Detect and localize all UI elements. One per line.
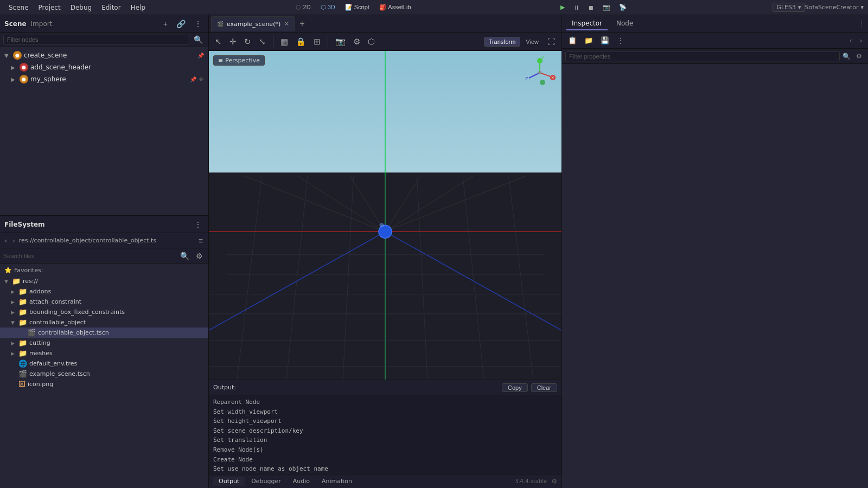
filter-props-input[interactable] bbox=[565, 52, 840, 61]
folder-icon-bounding: 📁 bbox=[18, 308, 27, 316]
camera-tool-btn[interactable]: 📷 bbox=[333, 36, 348, 48]
inspector-tab-node[interactable]: Node bbox=[611, 17, 639, 30]
fs-search-btn[interactable]: 🔍 bbox=[178, 251, 192, 261]
scene-link-btn[interactable]: 🔗 bbox=[174, 19, 188, 29]
inspector-more-btn[interactable]: ⋮ bbox=[614, 35, 627, 46]
fs-item-cutting[interactable]: ▶ 📁 cutting bbox=[0, 338, 208, 348]
view-btn[interactable]: View bbox=[522, 37, 542, 46]
view-3d-button[interactable]: ⬡ 3D bbox=[317, 3, 339, 12]
menu-debug[interactable]: Debug bbox=[66, 3, 96, 12]
output-settings-icon[interactable]: ⚙ bbox=[551, 478, 557, 485]
tab-close-btn[interactable]: ✕ bbox=[284, 20, 289, 28]
assetlib-button[interactable]: 🎒 AssetLib bbox=[376, 3, 414, 12]
node-label-my-sphere: my_sphere bbox=[30, 75, 66, 83]
tree-item-add-scene-header[interactable]: ▶ ● add_scene_header bbox=[0, 61, 208, 73]
fs-label-default-env: default_env.tres bbox=[29, 360, 77, 367]
snap-tool-btn[interactable]: ▦ bbox=[278, 36, 291, 48]
perspective-text: Perspective bbox=[225, 57, 260, 64]
menu-editor[interactable]: Editor bbox=[97, 3, 125, 12]
fs-forward-btn[interactable]: › bbox=[11, 236, 16, 245]
fs-item-controllable-tscn[interactable]: 🎬 controllable_object.tscn bbox=[0, 328, 208, 338]
output-label: Output: bbox=[213, 384, 236, 391]
fs-layout-btn[interactable]: ≡ bbox=[196, 236, 205, 246]
node-icon-add-scene-header: ● bbox=[20, 63, 28, 72]
scene-file-icon-ex: 🎬 bbox=[18, 370, 27, 378]
fs-search-input[interactable] bbox=[3, 253, 176, 259]
scene-filter-search-icon[interactable]: 🔍 bbox=[192, 35, 205, 44]
camera-button[interactable]: 📷 bbox=[599, 3, 614, 12]
folder-icon-addons: 📁 bbox=[18, 287, 27, 296]
menu-project[interactable]: Project bbox=[34, 3, 65, 12]
fs-label-bounding: bounding_box_fixed_constraints bbox=[29, 309, 125, 316]
group-tool-btn[interactable]: ⊞ bbox=[311, 36, 323, 48]
fs-item-addons[interactable]: ▶ 📁 addons bbox=[0, 286, 208, 297]
fs-item-meshes[interactable]: ▶ 📁 meshes bbox=[0, 348, 208, 358]
scale-tool-btn[interactable]: ⤡ bbox=[256, 36, 269, 48]
inspector-nav-forward[interactable]: › bbox=[857, 35, 865, 46]
inspector-nav-back[interactable]: ‹ bbox=[847, 35, 854, 46]
remote-button[interactable]: 📡 bbox=[616, 3, 630, 12]
move-tool-btn[interactable]: ✛ bbox=[227, 36, 239, 48]
tab-example-scene[interactable]: 🎬 example_scene(*) ✕ bbox=[211, 16, 295, 31]
output-tab-debugger[interactable]: Debugger bbox=[246, 477, 286, 486]
fs-item-default-env[interactable]: 🌐 default_env.tres bbox=[0, 358, 208, 369]
svg-point-38 bbox=[540, 80, 545, 85]
gles3-badge[interactable]: GLES3 ▾ bbox=[773, 3, 805, 12]
props-search-icon[interactable]: 🔍 bbox=[840, 52, 853, 61]
select-tool-btn[interactable]: ↖ bbox=[212, 36, 225, 48]
scene-menu-btn[interactable]: ⋮ bbox=[192, 19, 204, 29]
viewport-svg bbox=[209, 51, 561, 380]
menu-scene[interactable]: Scene bbox=[4, 3, 33, 12]
scene-filter-input[interactable] bbox=[3, 35, 189, 44]
tree-item-create-scene[interactable]: ▼ ● create_scene 📌 bbox=[0, 49, 208, 61]
rotate-tool-btn[interactable]: ↻ bbox=[241, 36, 254, 48]
stop-button[interactable]: ⏹ bbox=[585, 3, 597, 12]
view-2d-button[interactable]: ⬡ 2D bbox=[292, 3, 314, 12]
inspector-history-btn[interactable]: 📋 bbox=[565, 35, 579, 46]
lock-tool-btn[interactable]: 🔒 bbox=[293, 36, 309, 48]
fs-item-bounding-box[interactable]: ▶ 📁 bounding_box_fixed_constraints bbox=[0, 307, 208, 317]
inspector-folder-btn[interactable]: 📁 bbox=[582, 35, 596, 46]
scene-filter-bar: 🔍 bbox=[0, 33, 208, 47]
transform-btn[interactable]: Transform bbox=[484, 37, 521, 47]
output-panel: Output: Copy Clear Reparent Node Set wid… bbox=[209, 380, 561, 488]
resize-handle[interactable] bbox=[859, 21, 864, 27]
fs-filter-btn[interactable]: ⚙ bbox=[194, 251, 205, 261]
import-title[interactable]: Import bbox=[31, 20, 53, 28]
inspector-tab-inspector[interactable]: Inspector bbox=[566, 17, 608, 30]
tab-bar: 🎬 example_scene(*) ✕ + bbox=[209, 15, 561, 33]
mesh-tool-btn[interactable]: ⬡ bbox=[365, 36, 378, 48]
script-button[interactable]: 📝 Script bbox=[342, 3, 373, 12]
inspector-save-btn[interactable]: 💾 bbox=[598, 35, 612, 46]
scene-add-btn[interactable]: + bbox=[161, 19, 170, 29]
tab-add-btn[interactable]: + bbox=[296, 19, 308, 29]
res-icon-default-env: 🌐 bbox=[18, 359, 27, 368]
copy-btn[interactable]: Copy bbox=[502, 383, 528, 392]
fs-item-example-scene[interactable]: 🎬 example_scene.tscn bbox=[0, 369, 208, 379]
svg-point-37 bbox=[537, 58, 542, 63]
light-tool-btn[interactable]: ⚙ bbox=[350, 36, 363, 48]
output-tab-output[interactable]: Output bbox=[213, 477, 245, 486]
play-button[interactable]: ▶ bbox=[557, 3, 568, 12]
props-filter-icon[interactable]: ⚙ bbox=[853, 52, 865, 61]
maximize-btn[interactable]: ⛶ bbox=[544, 36, 558, 47]
fs-item-icon-png[interactable]: 🖼 icon.png bbox=[0, 379, 208, 389]
fs-item-res[interactable]: ▼ 📁 res:// bbox=[0, 276, 208, 286]
fs-label-attach: attach_constraint bbox=[29, 298, 81, 305]
menu-help[interactable]: Help bbox=[126, 3, 150, 12]
clear-btn[interactable]: Clear bbox=[531, 383, 557, 392]
scene-header: Scene Import + 🔗 ⋮ bbox=[0, 15, 208, 33]
fs-expand-attach: ▶ bbox=[11, 299, 16, 305]
fs-expand-controllable: ▼ bbox=[11, 320, 16, 325]
fs-item-attach-constraint[interactable]: ▶ 📁 attach_constraint bbox=[0, 297, 208, 307]
pause-button[interactable]: ⏸ bbox=[570, 3, 583, 12]
output-tab-animation[interactable]: Animation bbox=[316, 477, 358, 486]
output-tab-audio[interactable]: Audio bbox=[288, 477, 315, 486]
svg-text:X: X bbox=[551, 75, 554, 80]
fs-back-btn[interactable]: ‹ bbox=[3, 236, 9, 245]
top-menubar: Scene Project Debug Editor Help ⬡ 2D ⬡ 3… bbox=[0, 0, 868, 15]
fs-menu-btn[interactable]: ⋮ bbox=[192, 220, 204, 229]
tree-item-my-sphere[interactable]: ▶ ● my_sphere 📌 👁 bbox=[0, 73, 208, 85]
fs-item-controllable-object[interactable]: ▼ 📁 controllable_object bbox=[0, 317, 208, 328]
fs-expand-cutting: ▶ bbox=[11, 341, 16, 346]
